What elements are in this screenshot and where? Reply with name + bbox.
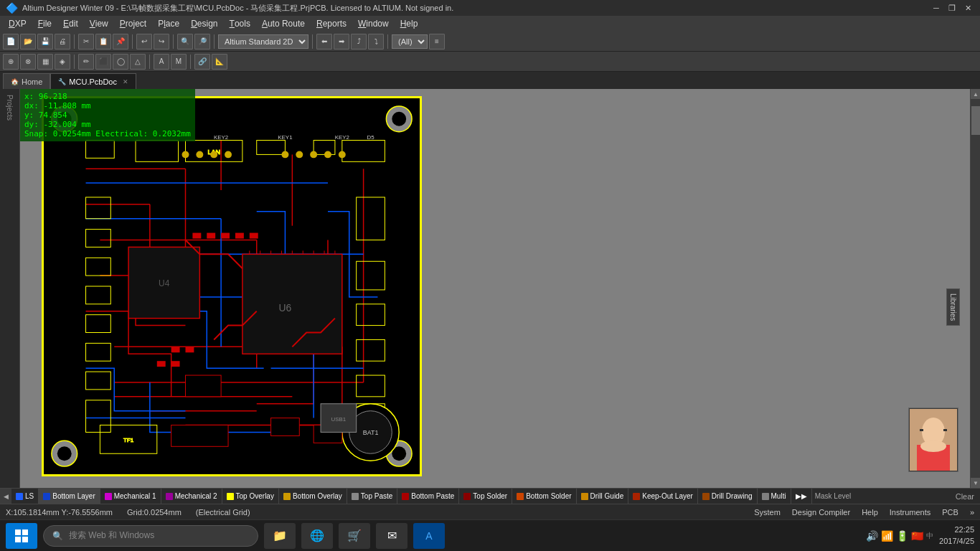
taskbar-app-explorer[interactable]: 📁 <box>264 523 296 549</box>
taskbar-search[interactable]: 🔍 搜索 Web 和 Windows <box>43 525 258 547</box>
layer-color-botoverlay <box>283 493 291 500</box>
layer-tab-ls[interactable]: LS <box>11 489 39 504</box>
layer-tab-multi[interactable]: Multi <box>758 489 791 504</box>
status-design-compiler[interactable]: Design Compiler <box>792 508 850 517</box>
layer-tab-bottom[interactable]: Bottom Layer <box>39 489 100 504</box>
route-btn3[interactable]: ⤴ <box>351 34 367 50</box>
tb2-btn2[interactable]: ⊗ <box>20 54 36 70</box>
tb2-btn12[interactable]: 📐 <box>212 54 227 70</box>
tb2-btn6[interactable]: ⬛ <box>95 54 111 70</box>
layer-tab-toppaste[interactable]: Top Paste <box>347 489 397 504</box>
menu-tools[interactable]: Tools <box>224 16 256 32</box>
status-help[interactable]: Help <box>862 508 878 517</box>
tb2-btn9[interactable]: A <box>154 54 169 70</box>
open-button[interactable]: 📂 <box>20 34 36 50</box>
menu-file[interactable]: File <box>32 16 57 32</box>
status-instruments[interactable]: Instruments <box>890 508 930 517</box>
tb2-btn7[interactable]: ◯ <box>113 54 128 70</box>
status-right-items: System Design Compiler Help Instruments … <box>754 508 974 517</box>
layer-label-drilldrawing: Drill Drawing <box>712 492 753 500</box>
pcb-icon: 🔧 <box>58 78 66 85</box>
tb2-btn3[interactable]: ▦ <box>37 54 53 70</box>
layer-label-drillguide: Drill Guide <box>590 492 624 500</box>
scroll-up-button[interactable]: ▲ <box>971 89 980 99</box>
scroll-track[interactable] <box>971 99 980 478</box>
status-more[interactable]: » <box>970 508 974 517</box>
layer-tab-botpaste[interactable]: Bottom Paste <box>397 489 459 504</box>
zoom-in-button[interactable]: 🔍 <box>177 34 193 50</box>
svg-point-78 <box>225 151 232 158</box>
print-button[interactable]: 🖨 <box>55 34 70 50</box>
mask-level-label: Mask Level <box>815 492 852 500</box>
tab-pcbdoc[interactable]: 🔧 MCU.PcbDoc ✕ <box>50 73 136 89</box>
tb2-btn11[interactable]: 🔗 <box>194 54 210 70</box>
menu-window[interactable]: Window <box>352 16 395 32</box>
paste-button[interactable]: 📌 <box>113 34 128 50</box>
taskbar-app-altium[interactable]: A <box>413 523 445 549</box>
pcb-board[interactable]: U6 U4 LAN <box>42 96 422 476</box>
layer-btn[interactable]: ≡ <box>429 34 445 50</box>
close-button[interactable]: ✕ <box>961 1 974 14</box>
taskbar-app-store[interactable]: 🛒 <box>339 523 370 549</box>
tb2-btn5[interactable]: ✏ <box>78 54 94 70</box>
minimize-button[interactable]: ─ <box>930 1 943 14</box>
new-button[interactable]: 📄 <box>3 34 19 50</box>
separator-5 <box>312 34 313 49</box>
route-btn4[interactable]: ⤵ <box>368 34 384 50</box>
tb2-btn10[interactable]: M <box>171 54 187 70</box>
tb2-btn8[interactable]: △ <box>130 54 146 70</box>
tb2-btn4[interactable]: ◈ <box>55 54 70 70</box>
route-btn1[interactable]: ⬅ <box>316 34 332 50</box>
tab-close-icon[interactable]: ✕ <box>123 78 128 85</box>
layer-tab-mech2[interactable]: Mechanical 2 <box>161 489 222 504</box>
menu-project[interactable]: Project <box>114 16 152 32</box>
projects-label[interactable]: Projects <box>6 92 14 123</box>
clear-button[interactable]: Clear <box>950 489 980 504</box>
copy-button[interactable]: 📋 <box>95 34 111 50</box>
menu-edit[interactable]: Edit <box>57 16 84 32</box>
status-pcb[interactable]: PCB <box>942 508 958 517</box>
route-btn2[interactable]: ➡ <box>334 34 349 50</box>
layer-tab-topsolder[interactable]: Top Solder <box>459 489 512 504</box>
layer-tab-drilldrawing[interactable]: Drill Drawing <box>698 489 758 504</box>
maximize-button[interactable]: ❐ <box>946 1 958 14</box>
search-placeholder: 搜索 Web 和 Windows <box>69 529 154 542</box>
menu-help[interactable]: Help <box>395 16 424 32</box>
save-button[interactable]: 💾 <box>37 34 53 50</box>
redo-button[interactable]: ↪ <box>154 34 169 50</box>
status-system[interactable]: System <box>754 508 781 517</box>
start-button[interactable] <box>6 523 37 549</box>
menu-dxp[interactable]: DXP <box>3 16 32 32</box>
menu-reports[interactable]: Reports <box>311 16 352 32</box>
svg-rect-74 <box>171 361 180 367</box>
taskbar-app-mail[interactable]: ✉ <box>376 523 407 549</box>
layer-tab-topoverlay[interactable]: Top Overlay <box>222 489 279 504</box>
scroll-down-button[interactable]: ▼ <box>971 478 980 488</box>
app-logo: 🔷 <box>6 2 18 14</box>
layer-tab-keepout[interactable]: Keep-Out Layer <box>628 489 698 504</box>
menu-place[interactable]: Place <box>152 16 185 32</box>
sep-tb2-3 <box>190 55 191 69</box>
taskbar-app-browser[interactable]: 🌐 <box>301 523 333 549</box>
undo-button[interactable]: ↩ <box>136 34 152 50</box>
tab-home[interactable]: 🏠 Home <box>3 73 50 89</box>
view-select[interactable]: Altium Standard 2D <box>218 34 308 49</box>
scroll-thumb[interactable] <box>971 106 980 135</box>
canvas-area[interactable]: x: 96.218 dx: -11.808 mm y: 74.854 dy: -… <box>20 89 970 488</box>
layer-tab-botoverlay[interactable]: Bottom Overlay <box>279 489 347 504</box>
layer-tab-mech1[interactable]: Mechanical 1 <box>100 489 161 504</box>
zoom-out-button[interactable]: 🔎 <box>194 34 210 50</box>
vertical-scrollbar[interactable]: ▲ ▼ <box>970 89 980 488</box>
menu-view[interactable]: View <box>84 16 114 32</box>
libraries-panel-tab[interactable]: Libraries <box>946 288 960 326</box>
layer-tab-botsolder[interactable]: Bottom Solder <box>512 489 576 504</box>
layer-tab-drillguide[interactable]: Drill Guide <box>577 489 629 504</box>
layer-scroll-left[interactable]: ◀ <box>0 489 11 504</box>
menu-autoroute[interactable]: Auto Route <box>256 16 311 32</box>
layer-select[interactable]: (All) <box>392 34 428 49</box>
cut-button[interactable]: ✂ <box>78 34 94 50</box>
layer-color-topsolder <box>463 493 471 500</box>
menu-design[interactable]: Design <box>185 16 223 32</box>
tb2-btn1[interactable]: ⊕ <box>3 54 19 70</box>
layer-tab-nav-right[interactable]: ▶▶ <box>791 489 812 504</box>
